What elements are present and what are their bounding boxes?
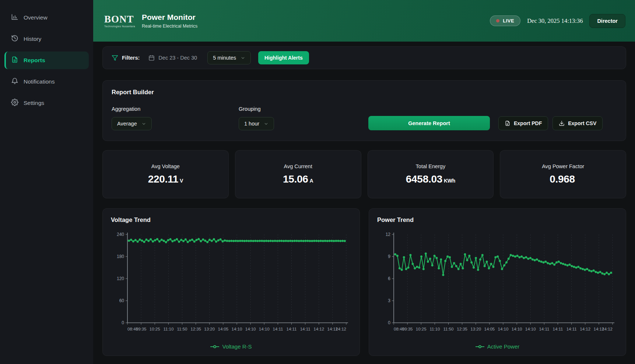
sidebar-item-notifications[interactable]: Notifications (4, 73, 89, 91)
charts-grid: Voltage Trend 06012018024008:4509:3510:2… (102, 208, 626, 356)
export-csv-button[interactable]: Export CSV (552, 116, 603, 130)
legend-label: Voltage R-S (222, 343, 252, 350)
svg-text:14:12: 14:12 (580, 327, 590, 331)
svg-text:180: 180 (116, 254, 124, 259)
company-logo: BONT Technologies Nusantara (104, 14, 135, 28)
svg-text:12: 12 (385, 232, 390, 237)
svg-text:11:10: 11:10 (163, 327, 173, 331)
svg-text:13:20: 13:20 (470, 327, 481, 331)
sidebar-item-settings[interactable]: Settings (4, 94, 89, 112)
power-trend-chart: 03691208:4509:3510:2511:1011:5012:3513:2… (378, 229, 618, 340)
aggregation-select[interactable]: Average (112, 117, 152, 130)
content-area: Filters: Dec 23 - Dec 30 5 minutes Highl… (93, 42, 635, 364)
metrics-grid: Avg Voltage 220.11V Avg Current 15.06A T… (102, 150, 626, 198)
history-icon (11, 35, 18, 43)
datetime-display: Dec 30, 2025 14:13:36 (527, 17, 583, 25)
aggregation-field: Aggregation Average (112, 106, 239, 130)
interval-select-value: 5 minutes (213, 55, 236, 61)
aggregation-select-value: Average (117, 121, 137, 127)
sidebar-item-label: Overview (24, 14, 48, 21)
chevron-down-icon (241, 56, 245, 60)
date-range-value[interactable]: Dec 23 - Dec 30 (158, 55, 197, 61)
svg-text:6: 6 (388, 276, 390, 281)
calendar-icon (148, 55, 155, 61)
grouping-select[interactable]: 1 hour (239, 117, 274, 130)
chart-legend: Active Power (377, 343, 618, 350)
filters-label: Filters: (122, 55, 140, 61)
svg-text:240: 240 (116, 232, 124, 237)
interval-select[interactable]: 5 minutes (207, 51, 251, 64)
document-icon (11, 56, 18, 65)
sidebar-item-label: Notifications (24, 78, 55, 85)
svg-text:60: 60 (119, 298, 124, 303)
live-dot-icon (496, 19, 499, 22)
generate-report-button[interactable]: Generate Report (368, 116, 490, 130)
svg-text:10:25: 10:25 (415, 327, 426, 331)
svg-text:14:05: 14:05 (484, 327, 495, 331)
metric-value: 0.968 (550, 173, 576, 185)
svg-text:12:35: 12:35 (190, 327, 201, 331)
sidebar: Overview History Reports Notifications S… (0, 0, 93, 364)
svg-text:3: 3 (388, 298, 390, 303)
report-builder-panel: Report Builder Aggregation Average Group… (102, 80, 626, 141)
export-pdf-button[interactable]: Export PDF (498, 116, 548, 130)
svg-text:14:10: 14:10 (245, 327, 256, 331)
grouping-field: Grouping 1 hour (239, 106, 368, 130)
legend-label: Active Power (487, 343, 520, 350)
logo-subtitle: Technologies Nusantara (104, 25, 135, 28)
filters-bar: Filters: Dec 23 - Dec 30 5 minutes Highl… (102, 46, 626, 69)
metric-unit: KWh (444, 178, 455, 184)
svg-text:14:11: 14:11 (300, 327, 310, 331)
bell-icon (11, 77, 18, 86)
page-title: Power Monitor (142, 13, 197, 22)
main-area: BONT Technologies Nusantara Power Monito… (93, 0, 635, 364)
metric-label: Avg Voltage (151, 163, 180, 169)
chart-legend: Voltage R-S (111, 343, 351, 350)
metric-label: Avg Power Factor (542, 163, 584, 169)
svg-text:0: 0 (122, 320, 124, 325)
svg-text:9: 9 (388, 254, 390, 259)
filter-funnel-icon (112, 54, 118, 61)
chart-title: Power Trend (377, 216, 618, 223)
svg-text:14:11: 14:11 (273, 327, 283, 331)
live-label: LIVE (503, 18, 514, 24)
legend-line-marker-icon (210, 345, 219, 349)
svg-text:14:12: 14:12 (313, 327, 324, 331)
sidebar-item-reports[interactable]: Reports (4, 52, 89, 69)
metric-label: Avg Current (284, 163, 312, 169)
sidebar-item-history[interactable]: History (4, 30, 89, 48)
svg-text:14:10: 14:10 (231, 327, 242, 331)
sidebar-item-label: History (24, 36, 41, 42)
legend-line-marker-icon (476, 345, 484, 349)
app-header: BONT Technologies Nusantara Power Monito… (93, 0, 635, 42)
file-icon (505, 120, 511, 126)
sidebar-item-label: Settings (24, 100, 44, 106)
svg-text:14:11: 14:11 (539, 327, 549, 331)
svg-text:11:50: 11:50 (177, 327, 187, 331)
metric-card-avg-current: Avg Current 15.06A (235, 150, 361, 198)
logo-title: BONT (104, 14, 135, 24)
metric-unit: A (310, 178, 313, 184)
svg-text:09:35: 09:35 (136, 327, 146, 331)
chart-title: Voltage Trend (111, 216, 351, 223)
grouping-select-value: 1 hour (244, 121, 259, 127)
live-badge: LIVE (490, 15, 520, 26)
power-trend-chart-card: Power Trend 03691208:4509:3510:2511:1011… (369, 208, 626, 356)
sidebar-item-overview[interactable]: Overview (4, 9, 89, 26)
svg-text:14:12: 14:12 (602, 327, 613, 331)
metric-value: 15.06A (283, 173, 313, 185)
director-button[interactable]: Director (589, 14, 625, 28)
report-builder-title: Report Builder (112, 89, 617, 96)
svg-text:14:10: 14:10 (498, 327, 508, 331)
metric-label: Total Energy (416, 163, 446, 169)
svg-text:14:11: 14:11 (566, 327, 576, 331)
svg-text:120: 120 (116, 276, 124, 281)
highlight-alerts-button[interactable]: Highlight Alerts (258, 51, 309, 64)
svg-text:0: 0 (388, 320, 390, 325)
svg-text:14:12: 14:12 (336, 327, 346, 331)
aggregation-label: Aggregation (112, 106, 239, 112)
chevron-down-icon (141, 121, 146, 126)
gear-icon (11, 99, 18, 107)
svg-text:10:25: 10:25 (149, 327, 160, 331)
svg-text:09:35: 09:35 (402, 327, 413, 331)
